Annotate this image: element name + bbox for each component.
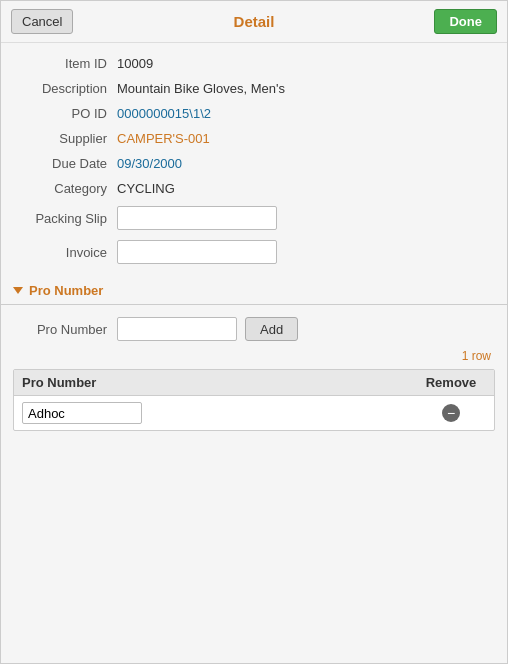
pro-number-input[interactable] [117,317,237,341]
page-title: Detail [234,13,275,30]
pro-row-input[interactable] [22,402,142,424]
invoice-row: Invoice [1,235,507,269]
invoice-input[interactable] [117,240,277,264]
section-divider [1,304,507,305]
category-label: Category [17,181,117,196]
item-id-value: 10009 [117,56,153,71]
supplier-value: CAMPER'S-001 [117,131,210,146]
description-label: Description [17,81,117,96]
category-row: Category CYCLING [1,176,507,201]
po-id-row: PO ID 0000000015\1\2 [1,101,507,126]
description-row: Description Mountain Bike Gloves, Men's [1,76,507,101]
pro-number-input-row: Pro Number Add [1,311,507,347]
remove-column-header: Remove [416,375,486,390]
supplier-label: Supplier [17,131,117,146]
po-id-value: 0000000015\1\2 [117,106,211,121]
due-date-row: Due Date 09/30/2000 [1,151,507,176]
table-row: − [14,396,494,430]
item-id-label: Item ID [17,56,117,71]
pro-number-section-label: Pro Number [29,283,103,298]
pro-table: Pro Number Remove − [13,369,495,431]
pro-column-header: Pro Number [22,375,416,390]
po-id-label: PO ID [17,106,117,121]
pro-row-input-cell [22,402,416,424]
due-date-label: Due Date [17,156,117,171]
done-button[interactable]: Done [434,9,497,34]
packing-slip-label: Packing Slip [17,211,117,226]
pro-table-header: Pro Number Remove [14,370,494,396]
cancel-button[interactable]: Cancel [11,9,73,34]
due-date-value: 09/30/2000 [117,156,182,171]
pro-number-section-header[interactable]: Pro Number [1,277,507,304]
description-value: Mountain Bike Gloves, Men's [117,81,285,96]
header: Cancel Detail Done [1,1,507,43]
form-section: Item ID 10009 Description Mountain Bike … [1,43,507,277]
item-id-row: Item ID 10009 [1,51,507,76]
category-value: CYCLING [117,181,175,196]
supplier-row: Supplier CAMPER'S-001 [1,126,507,151]
pro-number-section: Pro Number Pro Number Add 1 row Pro Numb… [1,277,507,431]
remove-button[interactable]: − [442,404,460,422]
main-window: Cancel Detail Done Item ID 10009 Descrip… [0,0,508,664]
invoice-label: Invoice [17,245,117,260]
collapse-icon [13,287,23,294]
pro-number-label: Pro Number [17,322,117,337]
remove-cell: − [416,404,486,422]
packing-slip-row: Packing Slip [1,201,507,235]
add-button[interactable]: Add [245,317,298,341]
row-count: 1 row [1,347,507,365]
packing-slip-input[interactable] [117,206,277,230]
